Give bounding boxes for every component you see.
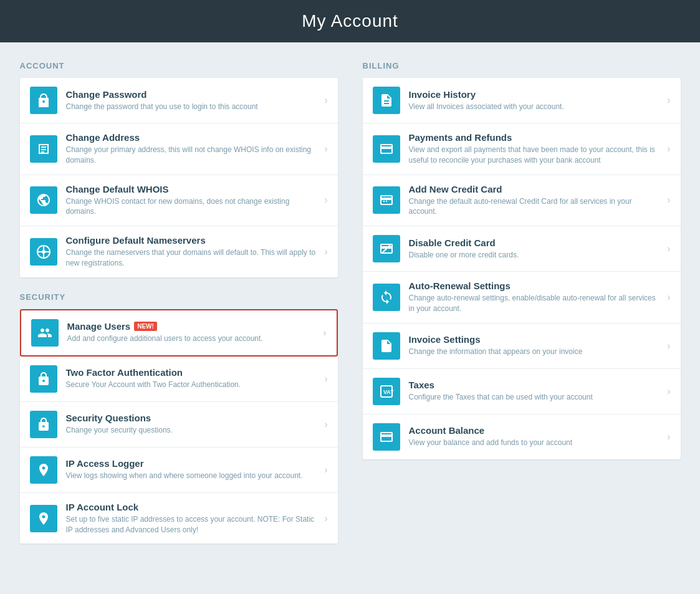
ip-access-logger-desc: View logs showing when and where someone…: [66, 471, 319, 481]
invoice-settings-text: Invoice Settings Change the information …: [409, 334, 661, 357]
taxes-desc: Configure the Taxes that can be used wit…: [409, 392, 661, 403]
configure-nameservers-title: Configure Default Nameservers: [66, 235, 319, 246]
payments-refunds-icon: [373, 135, 400, 163]
invoice-history-item[interactable]: Invoice History View all Invoices associ…: [363, 78, 681, 123]
payments-refunds-desc: View and export all payments that have b…: [409, 145, 661, 166]
ip-account-lock-icon: [30, 505, 57, 532]
add-credit-card-icon: [373, 186, 400, 214]
configure-nameservers-text: Configure Default Nameservers Change the…: [66, 235, 319, 269]
manage-users-arrow: ›: [323, 327, 326, 338]
auto-renewal-item[interactable]: Auto-Renewal Settings Change auto-renewa…: [363, 272, 681, 323]
new-badge: New!: [134, 322, 157, 331]
manage-users-text: Manage Users New! Add and configure addi…: [67, 321, 317, 344]
taxes-icon: VAT: [373, 378, 400, 405]
two-factor-item[interactable]: Two Factor Authentication Secure Your Ac…: [20, 357, 338, 402]
account-balance-icon: [373, 423, 400, 451]
billing-card-list: Invoice History View all Invoices associ…: [363, 78, 681, 459]
right-column: BILLING Invoice History View all Invoice…: [363, 61, 681, 558]
auto-renewal-text: Auto-Renewal Settings Change auto-renewa…: [409, 280, 661, 314]
add-credit-card-arrow: ›: [667, 194, 670, 206]
change-password-text: Change Password Change the password that…: [66, 89, 319, 112]
billing-section-title: BILLING: [363, 61, 681, 70]
page-title: My Account: [302, 11, 398, 31]
change-address-title: Change Address: [66, 132, 319, 143]
security-section-title: SECURITY: [20, 292, 338, 302]
account-balance-desc: View your balance and add funds to your …: [409, 438, 661, 448]
two-factor-desc: Secure Your Account with Two Factor Auth…: [66, 380, 319, 390]
configure-nameservers-item[interactable]: Configure Default Nameservers Change the…: [20, 226, 338, 277]
security-questions-title: Security Questions: [66, 413, 319, 423]
taxes-title: Taxes: [409, 380, 661, 390]
payments-refunds-text: Payments and Refunds View and export all…: [409, 132, 661, 166]
account-balance-text: Account Balance View your balance and ad…: [409, 425, 661, 448]
change-password-arrow: ›: [324, 95, 327, 106]
two-factor-title: Two Factor Authentication: [66, 367, 319, 378]
manage-users-item[interactable]: Manage Users New! Add and configure addi…: [20, 309, 338, 357]
billing-section: BILLING Invoice History View all Invoice…: [363, 61, 681, 459]
disable-credit-card-title: Disable Credit Card: [409, 237, 661, 248]
two-factor-arrow: ›: [324, 373, 327, 385]
add-credit-card-desc: Change the default auto-renewal Credit C…: [409, 196, 661, 218]
auto-renewal-desc: Change auto-renewal settings, enable/dis…: [409, 293, 661, 314]
ip-access-logger-item[interactable]: IP Access Logger View logs showing when …: [20, 448, 338, 493]
taxes-arrow: ›: [667, 386, 670, 397]
change-whois-item[interactable]: Change Default WHOIS Change WHOIS contac…: [20, 175, 338, 227]
change-whois-arrow: ›: [324, 194, 327, 206]
security-questions-icon: ?: [30, 411, 57, 438]
change-address-arrow: ›: [324, 143, 327, 155]
security-questions-text: Security Questions Change your security …: [66, 413, 319, 436]
configure-nameservers-desc: Change the nameservers that your domains…: [66, 247, 319, 269]
payments-refunds-arrow: ›: [667, 143, 670, 155]
change-password-icon: [30, 87, 57, 114]
configure-nameservers-icon: [30, 238, 57, 266]
security-questions-arrow: ›: [324, 419, 327, 430]
two-factor-text: Two Factor Authentication Secure Your Ac…: [66, 367, 319, 390]
svg-text:VAT: VAT: [383, 389, 394, 395]
invoice-settings-desc: Change the information that appears on y…: [409, 347, 661, 357]
invoice-history-text: Invoice History View all Invoices associ…: [409, 89, 661, 112]
account-card-list: Change Password Change the password that…: [20, 78, 338, 277]
disable-credit-card-arrow: ›: [667, 243, 670, 254]
change-address-text: Change Address Change your primary addre…: [66, 132, 319, 166]
page-header: My Account: [0, 0, 700, 42]
taxes-item[interactable]: VAT Taxes Configure the Taxes that can b…: [363, 369, 681, 414]
change-whois-icon: [30, 186, 57, 214]
change-address-desc: Change your primary address, this will n…: [66, 145, 319, 166]
invoice-history-arrow: ›: [667, 95, 670, 106]
main-content: ACCOUNT Change Password Change the passw…: [7, 42, 693, 577]
manage-users-desc: Add and configure additional users to ac…: [67, 333, 317, 344]
account-balance-item[interactable]: Account Balance View your balance and ad…: [363, 414, 681, 459]
invoice-settings-title: Invoice Settings: [409, 334, 661, 345]
auto-renewal-icon: [373, 284, 400, 311]
add-credit-card-text: Add New Credit Card Change the default a…: [409, 184, 661, 218]
change-address-item[interactable]: Change Address Change your primary addre…: [20, 123, 338, 175]
ip-account-lock-title: IP Account Lock: [66, 502, 319, 512]
ip-account-lock-arrow: ›: [324, 513, 327, 524]
left-column: ACCOUNT Change Password Change the passw…: [20, 61, 338, 558]
change-whois-title: Change Default WHOIS: [66, 184, 319, 194]
ip-access-logger-text: IP Access Logger View logs showing when …: [66, 458, 319, 481]
ip-account-lock-item[interactable]: IP Account Lock Set up to five static IP…: [20, 493, 338, 544]
security-questions-item[interactable]: ? Security Questions Change your securit…: [20, 402, 338, 448]
auto-renewal-arrow: ›: [667, 292, 670, 303]
disable-credit-card-icon: [373, 235, 400, 262]
ip-access-logger-icon: [30, 456, 57, 484]
change-password-item[interactable]: Change Password Change the password that…: [20, 78, 338, 123]
account-section-title: ACCOUNT: [20, 61, 338, 70]
account-balance-title: Account Balance: [409, 425, 661, 436]
payments-refunds-item[interactable]: Payments and Refunds View and export all…: [363, 123, 681, 175]
invoice-settings-arrow: ›: [667, 340, 670, 352]
manage-users-title: Manage Users New!: [67, 321, 317, 332]
disable-credit-card-item[interactable]: Disable Credit Card Disable one or more …: [363, 226, 681, 272]
ip-access-logger-title: IP Access Logger: [66, 458, 319, 469]
disable-credit-card-text: Disable Credit Card Disable one or more …: [409, 237, 661, 261]
add-credit-card-title: Add New Credit Card: [409, 184, 661, 194]
add-credit-card-item[interactable]: Add New Credit Card Change the default a…: [363, 175, 681, 227]
invoice-settings-item[interactable]: Invoice Settings Change the information …: [363, 323, 681, 369]
two-factor-icon: [30, 365, 57, 393]
ip-account-lock-text: IP Account Lock Set up to five static IP…: [66, 502, 319, 535]
security-questions-desc: Change your security questions.: [66, 425, 319, 436]
security-card-list: Manage Users New! Add and configure addi…: [20, 309, 338, 544]
manage-users-icon: [31, 319, 59, 347]
account-balance-arrow: ›: [667, 431, 670, 443]
